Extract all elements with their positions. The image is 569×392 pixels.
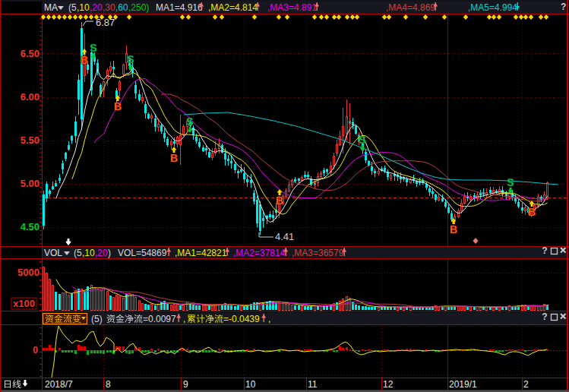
svg-text:4.50: 4.50 bbox=[21, 221, 40, 232]
svg-text:S: S bbox=[127, 53, 134, 65]
svg-text:2019/1: 2019/1 bbox=[449, 379, 477, 390]
svg-text:,: , bbox=[268, 314, 270, 324]
svg-text:B: B bbox=[114, 100, 122, 112]
svg-text:B: B bbox=[81, 54, 88, 66]
svg-text:,: , bbox=[183, 314, 185, 324]
svg-text:MA: MA bbox=[44, 2, 58, 13]
svg-text:10: 10 bbox=[245, 379, 256, 390]
svg-text:12: 12 bbox=[383, 379, 394, 390]
svg-text:): ) bbox=[108, 248, 111, 258]
svg-text:9: 9 bbox=[183, 379, 188, 390]
svg-text:11: 11 bbox=[308, 379, 318, 390]
svg-text:B: B bbox=[170, 152, 178, 164]
svg-text:,MA5=4.994: ,MA5=4.994 bbox=[468, 2, 517, 13]
svg-text:8: 8 bbox=[106, 379, 111, 390]
svg-text:MA1=4.916: MA1=4.916 bbox=[156, 2, 203, 13]
svg-text:,MA2=37814: ,MA2=37814 bbox=[233, 248, 286, 258]
svg-text:?: ? bbox=[561, 2, 566, 12]
svg-text:VOL: VOL bbox=[44, 248, 62, 258]
svg-text:S: S bbox=[507, 176, 514, 188]
svg-text:,MA1=42821: ,MA1=42821 bbox=[175, 248, 227, 258]
svg-text:2: 2 bbox=[523, 379, 529, 390]
svg-text:x100: x100 bbox=[13, 298, 35, 309]
svg-text:=0.0097: =0.0097 bbox=[143, 314, 176, 324]
svg-text:B: B bbox=[276, 194, 283, 207]
svg-text:,20: ,20 bbox=[95, 248, 108, 258]
svg-text:,MA3=4.891: ,MA3=4.891 bbox=[267, 2, 317, 13]
svg-text:,60: ,60 bbox=[115, 2, 128, 13]
svg-text:,250): ,250) bbox=[128, 2, 149, 13]
svg-text:B: B bbox=[450, 223, 457, 236]
svg-text:(5: (5 bbox=[68, 2, 77, 13]
svg-text:S: S bbox=[186, 115, 193, 128]
svg-text:B: B bbox=[528, 206, 536, 218]
svg-text:5000: 5000 bbox=[17, 267, 40, 278]
svg-text:4.41: 4.41 bbox=[275, 231, 294, 242]
svg-text:=-0.0439: =-0.0439 bbox=[223, 314, 260, 324]
svg-text:S: S bbox=[90, 42, 96, 54]
svg-text:VOL=54869: VOL=54869 bbox=[118, 248, 167, 258]
svg-text:(5: (5 bbox=[74, 248, 82, 258]
svg-text:6.50: 6.50 bbox=[21, 48, 40, 59]
svg-text:,30: ,30 bbox=[103, 2, 115, 13]
svg-text:,10: ,10 bbox=[77, 2, 90, 13]
svg-text:2018/7: 2018/7 bbox=[45, 379, 73, 390]
svg-text:?: ? bbox=[542, 311, 547, 322]
svg-text:6.87: 6.87 bbox=[96, 17, 115, 28]
svg-text:S: S bbox=[359, 134, 365, 146]
svg-text:,MA4=4.869: ,MA4=4.869 bbox=[386, 2, 435, 13]
svg-text:,20: ,20 bbox=[90, 2, 103, 13]
svg-text:5.50: 5.50 bbox=[21, 134, 40, 146]
svg-text:(5): (5) bbox=[91, 314, 103, 324]
svg-text:,10: ,10 bbox=[82, 248, 95, 258]
svg-text:,MA3=36579: ,MA3=36579 bbox=[292, 248, 344, 258]
svg-text:0: 0 bbox=[33, 345, 38, 356]
svg-text:5.00: 5.00 bbox=[21, 178, 40, 189]
svg-text:?: ? bbox=[542, 245, 547, 256]
svg-text:,MA2=4.814: ,MA2=4.814 bbox=[208, 2, 258, 13]
svg-text:6.00: 6.00 bbox=[21, 91, 40, 103]
